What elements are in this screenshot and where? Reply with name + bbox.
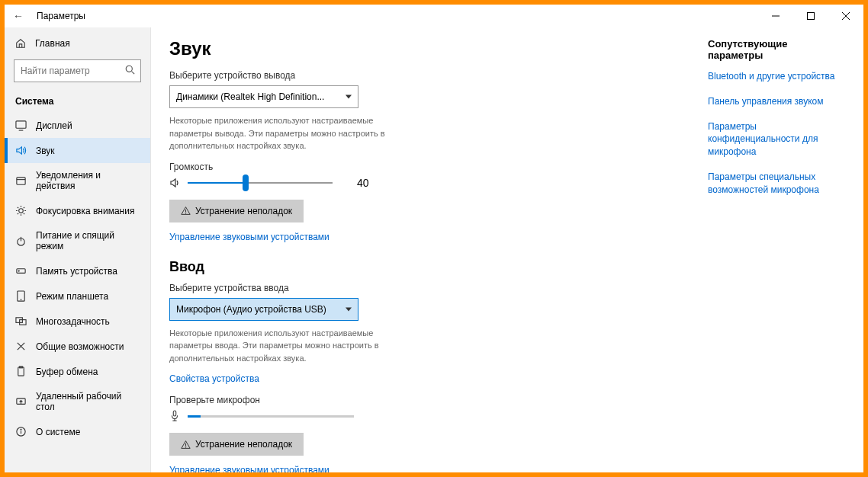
volume-row: 40 <box>169 177 596 189</box>
svg-point-10 <box>19 209 24 213</box>
tablet-icon <box>15 290 27 302</box>
output-manage-link[interactable]: Управление звуковыми устройствами <box>169 232 596 242</box>
shared-icon <box>15 341 27 352</box>
sidebar: Главная Система Дисплей Звук Уведомления… <box>5 27 151 472</box>
sidebar-item-label: Фокусировка внимания <box>36 206 134 216</box>
svg-line-5 <box>132 72 135 75</box>
search-box <box>14 59 141 82</box>
volume-slider-thumb[interactable] <box>243 174 249 191</box>
speaker-icon[interactable] <box>169 177 182 189</box>
svg-rect-30 <box>173 411 176 416</box>
input-troubleshoot-button[interactable]: Устранение неполадок <box>169 433 304 456</box>
microphone-icon <box>169 410 180 422</box>
related-heading: Сопутствующие параметры <box>708 38 837 61</box>
sidebar-item-label: О системе <box>36 427 80 437</box>
troubleshoot-label: Устранение неполадок <box>195 206 292 216</box>
svg-rect-6 <box>16 121 26 128</box>
mic-level-fill <box>188 415 201 418</box>
focus-icon <box>15 205 27 216</box>
content-area: Звук Выберите устройство вывода Динамики… <box>151 27 863 472</box>
svg-rect-8 <box>17 177 25 184</box>
sidebar-category: Система <box>5 90 150 113</box>
home-icon <box>15 38 26 49</box>
svg-rect-21 <box>18 367 24 376</box>
related-link-sound-cp[interactable]: Панель управления звуком <box>708 95 837 108</box>
search-icon <box>125 64 135 78</box>
search-input[interactable] <box>14 59 141 82</box>
storage-icon <box>15 265 27 277</box>
sidebar-item-shared[interactable]: Общие возможности <box>5 334 150 359</box>
input-heading: Ввод <box>169 259 596 275</box>
output-troubleshoot-button[interactable]: Устранение неполадок <box>169 200 304 222</box>
device-properties-link[interactable]: Свойства устройства <box>169 373 596 384</box>
svg-point-27 <box>21 429 21 430</box>
output-device-label: Выберите устройство вывода <box>169 70 596 81</box>
clipboard-icon <box>15 366 27 377</box>
sound-icon <box>15 145 27 156</box>
sidebar-item-label: Питание и спящий режим <box>36 230 140 251</box>
svg-rect-1 <box>808 13 815 20</box>
back-button[interactable]: ← <box>11 8 26 24</box>
multitasking-icon <box>15 315 27 327</box>
volume-slider[interactable] <box>188 182 333 184</box>
sidebar-item-label: Дисплей <box>36 120 72 131</box>
mic-test-row <box>169 410 596 422</box>
troubleshoot-label: Устранение неполадок <box>195 439 292 450</box>
svg-rect-13 <box>17 269 25 274</box>
sidebar-item-clipboard[interactable]: Буфер обмена <box>5 359 150 384</box>
volume-value: 40 <box>357 177 369 189</box>
sidebar-item-label: Буфер обмена <box>36 367 98 377</box>
maximize-button[interactable] <box>793 5 828 27</box>
sidebar-home[interactable]: Главная <box>5 32 150 55</box>
page-title: Звук <box>169 38 596 59</box>
sidebar-item-about[interactable]: О системе <box>5 419 150 444</box>
sidebar-item-storage[interactable]: Память устройства <box>5 258 150 283</box>
sidebar-item-label: Многозадачность <box>36 316 110 327</box>
power-icon <box>15 235 27 247</box>
warning-icon <box>181 440 191 450</box>
volume-label: Громкость <box>169 162 596 172</box>
sidebar-item-power[interactable]: Питание и спящий режим <box>5 223 150 258</box>
display-icon <box>15 120 27 131</box>
close-button[interactable] <box>828 5 863 27</box>
input-device-label: Выберите устройства ввода <box>169 283 596 293</box>
input-device-value: Микрофон (Аудио устройства USB) <box>176 304 326 315</box>
volume-slider-fill <box>188 182 246 184</box>
svg-point-34 <box>185 447 186 447</box>
sidebar-item-notifications[interactable]: Уведомления и действия <box>5 163 150 198</box>
minimize-button[interactable] <box>758 5 793 27</box>
related-link-mic-access[interactable]: Параметры специальных возможностей микро… <box>708 171 837 197</box>
related-link-bluetooth[interactable]: Bluetooth и другие устройства <box>708 70 837 83</box>
mic-level-bar <box>188 415 354 418</box>
remote-icon <box>15 396 27 408</box>
titlebar: ← Параметры <box>5 5 863 27</box>
sidebar-item-label: Режим планшета <box>36 291 108 302</box>
output-device-value: Динамики (Realtek High Definition... <box>176 91 324 102</box>
sidebar-home-label: Главная <box>35 38 70 49</box>
output-device-dropdown[interactable]: Динамики (Realtek High Definition... <box>169 85 358 108</box>
mic-test-label: Проверьте микрофон <box>169 395 596 405</box>
input-device-dropdown[interactable]: Микрофон (Аудио устройства USB) <box>169 298 358 321</box>
sidebar-item-sound[interactable]: Звук <box>5 138 150 163</box>
svg-point-4 <box>126 66 132 72</box>
sidebar-item-label: Общие возможности <box>36 341 124 352</box>
sidebar-item-label: Удаленный рабочий стол <box>36 391 140 412</box>
input-manage-link[interactable]: Управление звуковыми устройствами <box>169 465 596 472</box>
related-panel: Сопутствующие параметры Bluetooth и друг… <box>708 38 845 454</box>
input-desc: Некоторые приложения используют настраив… <box>169 327 391 365</box>
svg-point-29 <box>185 213 186 213</box>
sidebar-item-tablet[interactable]: Режим планшета <box>5 283 150 309</box>
sidebar-item-label: Уведомления и действия <box>36 170 140 191</box>
sidebar-item-remote[interactable]: Удаленный рабочий стол <box>5 384 150 419</box>
sidebar-item-label: Звук <box>36 146 55 156</box>
sidebar-item-multitasking[interactable]: Многозадачность <box>5 309 150 334</box>
notifications-icon <box>15 175 27 187</box>
warning-icon <box>181 206 191 216</box>
sidebar-item-label: Память устройства <box>36 266 117 277</box>
related-link-mic-privacy[interactable]: Параметры конфиденциальности для микрофо… <box>708 120 837 158</box>
svg-point-14 <box>18 271 19 271</box>
sidebar-item-focus[interactable]: Фокусировка внимания <box>5 198 150 223</box>
output-desc: Некоторые приложения используют настраив… <box>169 114 391 152</box>
sidebar-item-display[interactable]: Дисплей <box>5 113 150 138</box>
about-icon <box>15 426 27 437</box>
